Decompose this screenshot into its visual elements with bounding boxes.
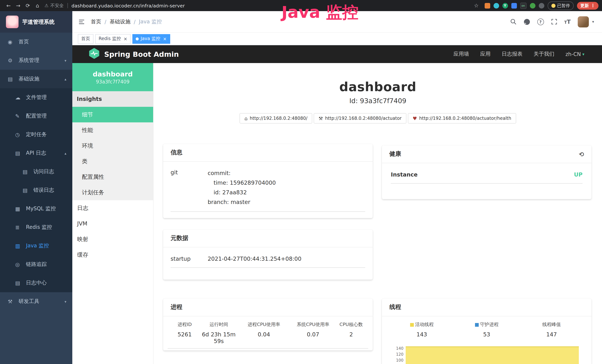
process-col-value: 0.04 [236,331,292,338]
browser-menu-icon[interactable]: ⋮ [591,3,595,8]
bookmark-star-icon[interactable]: ☆ [472,3,481,9]
sidebar-item-error-logs[interactable]: ▤ 错误日志 [0,181,72,200]
address-bar-url[interactable]: dashboard.yudao.iocoder.cn/infra/admin-s… [72,3,185,8]
instance-actuator-link[interactable]: ⚒ http://192.168.0.2:48080/actuator [314,113,406,124]
info-value: commit: time: 1596289704000 id: 27aa832 … [208,168,276,207]
sba-item-jvm[interactable]: JVM [72,216,153,231]
browser-update-button[interactable]: 更新 ⋮ [577,2,599,10]
refresh-history-icon[interactable]: ⟲ [579,150,584,158]
process-col-process-cpu: 进程CPU使用率 0.04 [236,321,292,344]
instance-header[interactable]: dashboard 93a3fc7f7409 [72,63,153,91]
sidebar-item-access-logs[interactable]: ▤ 访问日志 [0,162,72,181]
sba-nav-wallboard[interactable]: 应用墙 [453,51,469,57]
security-warning[interactable]: ⚠ 不安全 [44,2,64,9]
sidebar-item-label: 定时任务 [26,131,47,138]
app-sidebar: 芋道管理系统 ◉ 首页 ⚙ 系统管理 ▾ ▤ 基础设施 ▴ ☁ 文件管理 ✎ 配… [0,11,72,364]
extension-icon-blue-grid[interactable] [511,3,517,8]
close-icon[interactable]: × [123,36,127,41]
topbar-icons: ? TT ▾ [510,16,594,27]
fullscreen-icon[interactable] [551,19,557,25]
sba-nav-about[interactable]: 关于我们 [534,51,554,57]
instance-home-link[interactable]: ⌂ http://192.168.0.2:48080/ [240,113,312,124]
sba-logo-icon [89,48,100,60]
sba-item-scheduled-tasks[interactable]: 计划任务 [72,185,153,200]
process-col-label: 进程ID [168,321,202,328]
sba-brand[interactable]: Spring Boot Admin [72,48,179,60]
sidebar-item-config-management[interactable]: ✎ 配置管理 [0,107,72,125]
sidebar-item-infrastructure[interactable]: ▤ 基础设施 ▴ [0,70,72,88]
info-line: id: 27aa832 [208,188,276,197]
close-icon[interactable]: × [163,36,167,41]
sidebar-item-api-logs[interactable]: ▤ API 日志 ▴ [0,144,72,162]
back-icon[interactable]: ← [4,3,13,9]
legend-value: 147 [519,331,584,338]
health-row-instance: Instance UP [391,171,582,183]
font-size-icon[interactable]: TT [564,18,571,25]
sba-nav-applications[interactable]: 应用 [480,51,491,57]
link-url: http://192.168.0.2:48080/actuator/health [419,116,511,121]
sidebar-item-label: 首页 [19,39,29,45]
threads-legend: 活动线程 143 守护进程 53 [389,321,584,338]
sidebar-item-system-management[interactable]: ⚙ 系统管理 ▾ [0,51,72,70]
extension-icon-green[interactable] [530,3,535,8]
search-icon[interactable] [510,19,516,25]
paused-badge[interactable]: 已暂停 [548,1,574,10]
locale-select[interactable]: zh-CN ▾ [566,51,584,57]
chevron-up-icon: ▴ [64,151,66,155]
sba-item-performance[interactable]: 性能 [72,122,153,138]
metadata-card-title: 元数据 [163,230,373,247]
tab-home[interactable]: 首页 [78,34,93,43]
hamburger-icon[interactable] [78,18,85,25]
sidebar-item-mysql-monitor[interactable]: ▦ MySQL 监控 [0,200,72,218]
sba-item-environment[interactable]: 环境 [72,138,153,153]
sidebar-item-dev-tools[interactable]: ⚒ 研发工具 ▾ [0,292,72,311]
sba-item-classes[interactable]: 类 [72,153,153,169]
avatar[interactable] [578,16,589,27]
sba-section-insights: Insights [72,91,153,107]
extension-icon-on-badge[interactable]: on [520,2,526,9]
reload-icon[interactable]: ⟳ [23,3,33,9]
extension-icon-green-y[interactable]: Y [502,3,508,8]
instance-health-link[interactable]: ♥ http://192.168.0.2:48080/actuator/heal… [408,113,516,124]
cards-left-column: 信息 git commit: time: 1596289704000 id: 2… [163,144,373,364]
tab-label: 首页 [81,36,90,42]
app-logo-row[interactable]: 芋道管理系统 [0,11,72,33]
extensions-puzzle-icon[interactable] [538,3,544,8]
breadcrumb-home[interactable]: 首页 [91,18,101,25]
wrench-icon: ⚒ [319,116,323,121]
home-icon[interactable]: ⌂ [33,3,42,9]
sidebar-item-java-monitor[interactable]: ▥ Java 监控 [0,237,72,255]
tab-java-monitor[interactable]: Java 监控 × [133,34,170,43]
sba-item-details[interactable]: 细节 [72,107,153,122]
github-icon[interactable] [523,18,530,25]
extension-icon-orange[interactable] [484,3,490,8]
extension-icon-teal[interactable] [493,3,499,8]
sidebar-item-label: API 日志 [26,150,46,157]
sidebar-item-home[interactable]: ◉ 首页 [0,33,72,51]
process-col-label: 进程CPU使用率 [236,321,292,328]
breadcrumb: 首页 / 基础设施 / Java 监控 [91,18,162,25]
sba-item-caches[interactable]: 缓存 [72,247,153,263]
threads-card: 线程 活动线程 143 [382,299,591,364]
sidebar-item-redis-monitor[interactable]: ≣ Redis 监控 [0,218,72,237]
gear-icon: ⚙ [8,57,16,64]
sidebar-item-file-management[interactable]: ☁ 文件管理 [0,88,72,107]
breadcrumb-infrastructure[interactable]: 基础设施 [109,18,130,25]
sidebar-item-trace[interactable]: ◎ 链路追踪 [0,255,72,274]
process-col-value: 2 [334,331,368,338]
sidebar-item-log-center[interactable]: ▤ 日志中心 [0,274,72,292]
sba-item-mappings[interactable]: 映射 [72,231,153,247]
warning-icon: ⚠ [44,3,49,8]
tab-redis-monitor[interactable]: Redis 监控 × [95,34,131,43]
process-col-value: 5261 [168,331,202,338]
caret-down-icon[interactable]: ▾ [592,20,594,24]
sba-item-config-props[interactable]: 配置属性 [72,169,153,185]
info-card: 信息 git commit: time: 1596289704000 id: 2… [163,144,373,218]
link-url: http://192.168.0.2:48080/ [250,116,307,121]
sba-nav-journal[interactable]: 日志报表 [502,51,522,57]
question-icon[interactable]: ? [537,18,544,25]
sidebar-item-scheduled-tasks[interactable]: ◷ 定时任务 [0,125,72,144]
forward-icon[interactable]: → [13,3,23,9]
process-col-pid: 进程ID 5261 [168,321,202,344]
sba-item-logs[interactable]: 日志 [72,200,153,216]
